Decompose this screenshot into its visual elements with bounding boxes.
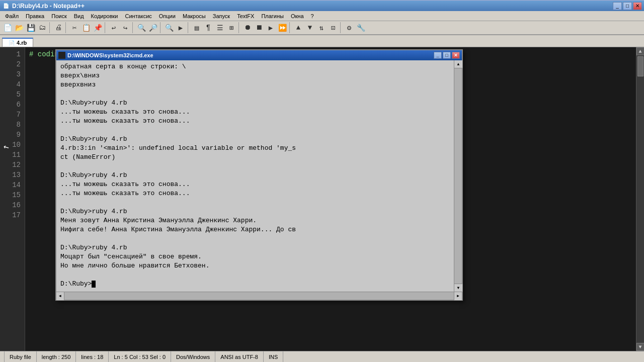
menu-run[interactable]: Запуск [210,13,233,20]
tab-4rb[interactable]: 📄 4.rb [2,38,33,47]
scrollbar-down-button[interactable]: ▼ [636,343,645,351]
open-button[interactable]: 📂 [14,22,25,33]
toolbar-separator-4 [132,22,134,33]
cmd-maximize-button[interactable]: □ [443,52,451,59]
maximize-button[interactable]: □ [623,2,632,10]
cmd-line-19: Нифига себе! Анна Кристина Эмануэлла Дже… [60,225,444,234]
close-button[interactable]: ✕ [633,2,642,10]
menu-edit[interactable]: Правка [23,13,47,20]
cmd-scroll-down-button[interactable]: ▼ [454,284,462,292]
cmd-line-blank-1 [60,89,444,99]
menu-syntax[interactable]: Синтаксис [122,13,155,20]
status-length: length : 250 [37,351,76,362]
run-button[interactable]: ⏩ [277,22,288,33]
toolbar-btn-8[interactable]: ¶ [203,22,214,33]
extra-button[interactable]: 🔧 [355,22,366,33]
title-bar: 📄 D:\Ruby\4.rb - Notepad++ _ □ ✕ [0,0,644,11]
cmd-scroll-track[interactable] [454,68,462,292]
toolbar-separator-9 [340,22,342,33]
redo-button[interactable]: ↪ [120,22,131,33]
cmd-close-button[interactable]: ✕ [452,52,460,59]
toolbar-btn-7[interactable]: ▤ [191,22,202,33]
menu-file[interactable]: Файл [2,13,22,20]
minimize-button[interactable]: _ [613,2,622,10]
toolbar-separator-3 [105,22,107,33]
cmd-line-13: D:\Ruby>ruby 4.rb [60,171,444,180]
arrow-up-button[interactable]: ▲ [293,22,304,33]
menu-macros[interactable]: Макросы [180,13,209,20]
cmd-scrollbar[interactable]: ▲ ▼ [454,60,462,292]
cmd-line-2: вверх\вниз [60,71,444,80]
line-number: 3 [4,69,21,79]
cmd-hscroll-left-button[interactable]: ◄ [56,292,64,300]
cut-button[interactable]: ✂ [69,22,80,33]
line-number: 5 [4,89,21,100]
status-bar: Ruby file length : 250 lines : 18 Ln : 5… [0,351,644,362]
cmd-hscroll-track[interactable] [64,292,454,300]
sort-button[interactable]: ⇅ [316,22,327,33]
find-button[interactable]: 🔍 [164,22,175,33]
cmd-hscroll-right-button[interactable]: ► [454,292,462,300]
toolbar-separator-6 [188,22,190,33]
cmd-line-15: ...ты можешь сказать это снова... [60,189,444,198]
arrow-down-button[interactable]: ▼ [304,22,315,33]
cmd-minimize-button[interactable]: _ [434,52,442,59]
stop-button[interactable]: ⏹ [254,22,265,33]
zoom-out-button[interactable]: 🔎 [147,22,158,33]
menu-plugins[interactable]: Плагины [258,13,287,20]
new-button[interactable]: 📄 [2,22,13,33]
cmd-hscrollbar[interactable]: ◄ ► [56,292,462,300]
cmd-window[interactable]: D:\WINDOWS\system32\cmd.exe _ □ ✕ обратн… [55,49,463,301]
paste-button[interactable]: 📌 [92,22,103,33]
cmd-line-9: D:\Ruby>ruby 4.rb [60,135,444,144]
cmd-content[interactable]: обратная серта в конце строки: \ вверх\в… [56,60,454,292]
cmd-line-17: D:\Ruby>ruby 4.rb [60,207,444,216]
print-button[interactable]: 🖨 [53,22,64,33]
menu-windows[interactable]: Окна [288,13,307,20]
line-number: 6 [4,100,21,110]
record-button[interactable]: ⏺ [242,22,253,33]
menu-textfx[interactable]: TextFX [234,13,257,20]
filter-button[interactable]: ⊡ [328,22,339,33]
line-number: 16 [4,200,21,210]
zoom-in-button[interactable]: 🔍 [136,22,147,33]
scrollbar-track[interactable] [636,55,644,343]
cmd-line-11: ct (NameError) [60,153,444,162]
line-number: 17 [4,210,21,220]
menu-options[interactable]: Опции [156,13,179,20]
editor-scrollbar[interactable]: ▲ ▼ [636,47,644,351]
settings-button[interactable]: ⚙ [344,22,355,33]
cmd-line-1: обратная серта в конце строки: \ [60,62,444,71]
toolbar-separator-8 [289,22,291,33]
toolbar-btn-10[interactable]: ⊞ [226,22,237,33]
menu-help[interactable]: ? [308,13,317,20]
menu-encoding[interactable]: Кодировки [88,13,121,20]
play-button[interactable]: ▶ [265,22,276,33]
cmd-line-22: Моцарт был "сенсацией" в свое время. [60,252,444,261]
save-all-button[interactable]: 🗂 [37,22,48,33]
undo-button[interactable]: ↩ [108,22,119,33]
cmd-line-25: D:\Ruby> [60,280,444,289]
cmd-line-3: вверхвниз [60,80,444,89]
status-position: Ln : 5 Col : 53 Sel : 0 [109,351,171,362]
menu-search[interactable]: Поиск [48,13,69,20]
line-number: 8 [4,120,21,130]
toolbar: 📄 📂 💾 🗂 🖨 ✂ 📋 📌 ↩ ↪ 🔍 🔎 🔍 ▶ ▤ ¶ ☰ ⊞ ⏺ ⏹ … [0,21,644,35]
scrollbar-thumb[interactable] [637,56,643,76]
line-number: 14 [4,180,21,190]
save-button[interactable]: 💾 [25,22,36,33]
cmd-title-buttons: _ □ ✕ [434,52,460,59]
line-number: 2 [4,59,21,69]
menu-view[interactable]: Вид [71,13,87,20]
find-next-button[interactable]: ▶ [175,22,186,33]
cmd-scroll-up-button[interactable]: ▲ [454,60,462,68]
toolbar-btn-9[interactable]: ☰ [214,22,225,33]
scrollbar-up-button[interactable]: ▲ [636,47,645,55]
toolbar-separator-2 [65,22,67,33]
tab-icon: 📄 [9,40,15,46]
cmd-line-18: Меня зовут Анна Кристина Эмануэлла Дженк… [60,216,444,225]
copy-button[interactable]: 📋 [80,22,92,33]
tab-bar: 📄 4.rb [0,35,644,47]
line-number: 7 [4,110,21,120]
line-number: 1 [4,49,21,59]
